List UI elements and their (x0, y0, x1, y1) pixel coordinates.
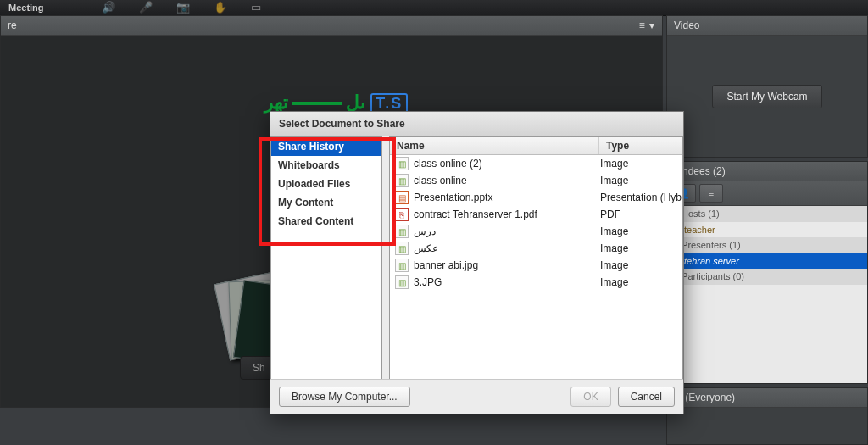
menu-meeting[interactable]: Meeting (8, 3, 44, 13)
chat-pod-header: at (Everyone) (667, 388, 867, 408)
attendee-group[interactable]: ▸ Participants (0) (667, 269, 867, 285)
raise-hand-icon[interactable]: ✋ (214, 0, 227, 15)
browse-my-computer-button[interactable]: Browse My Computer... (279, 387, 410, 407)
table-row[interactable]: ⎘contract Tehranserver 1.pdfPDF (390, 206, 682, 223)
file-name: 3.JPG (414, 276, 442, 288)
attendees-toolbar: 👤 ≡ (667, 181, 867, 206)
share-pod-options-icon[interactable]: ≡ ▾ (639, 16, 655, 35)
file-name: banner abi.jpg (414, 259, 478, 271)
video-pod-title: Video (674, 16, 699, 35)
attendees-pod-header: tendees (2) (667, 162, 867, 181)
share-pod-title: re (8, 16, 17, 35)
table-row[interactable]: ▥class onlineImage (390, 172, 682, 189)
app-menubar: Meeting 🔊 🎤 📷 ✋ ▭ (0, 0, 868, 16)
file-type: PDF (595, 209, 682, 220)
table-row[interactable]: ▥درسImage (390, 223, 682, 240)
sidebar-item-uploaded-files[interactable]: Uploaded Files (271, 175, 381, 193)
table-row[interactable]: ▥banner abi.jpgImage (390, 257, 682, 274)
sidebar-item-shared-content[interactable]: Shared Content (271, 212, 381, 231)
file-img-icon: ▥ (395, 157, 409, 170)
layout-icon[interactable]: ▭ (251, 0, 261, 15)
file-table-header: Name Type (390, 137, 682, 155)
video-pod: Video Start My Webcam (666, 15, 868, 158)
file-table: Name Type ▥class online (2)Image▥class o… (389, 136, 683, 380)
file-type: Presentation (Hyb (595, 192, 682, 203)
table-row[interactable]: ▥class online (2)Image (390, 155, 682, 172)
attendee-group[interactable]: ▸ Hosts (1) (667, 206, 867, 222)
file-type: Image (595, 158, 682, 170)
dialog-body: Share HistoryWhiteboardsUploaded FilesMy… (270, 136, 683, 380)
webcam-icon[interactable]: 📷 (176, 0, 190, 15)
table-row[interactable]: ▥3.JPGImage (390, 274, 682, 291)
dialog-footer: Browse My Computer... OK Cancel (270, 379, 683, 414)
file-type: Image (595, 225, 682, 237)
attendees-list: ▸ Hosts (1)🔸teacher -▸ Presenters (1)🔸te… (667, 206, 867, 383)
file-type: Image (595, 259, 682, 271)
sidebar-item-share-history[interactable]: Share History (271, 137, 381, 156)
video-pod-header: Video (667, 16, 867, 36)
table-row[interactable]: ▤Presentation.pptxPresentation (Hyb (390, 189, 682, 206)
file-name: class online (414, 175, 467, 186)
file-type: Image (595, 242, 682, 254)
file-img-icon: ▥ (395, 225, 409, 238)
file-img-icon: ▥ (395, 275, 409, 289)
file-name: درس (414, 225, 436, 237)
file-img-icon: ▥ (395, 242, 409, 255)
sidebar-item-whiteboards[interactable]: Whiteboards (271, 156, 381, 175)
file-type: Image (595, 175, 682, 186)
chat-pod: at (Everyone) (666, 387, 868, 445)
attendee-group[interactable]: ▸ Presenters (1) (667, 237, 867, 253)
attendees-pod: tendees (2) 👤 ≡ ▸ Hosts (1)🔸teacher -▸ P… (666, 161, 868, 384)
column-name[interactable]: Name (390, 137, 599, 154)
workspace: re ≡ ▾ Sh Video Start My Webcam tendees … (0, 15, 868, 445)
file-type: Image (595, 276, 682, 288)
file-img-icon: ▥ (395, 259, 409, 272)
start-webcam-button[interactable]: Start My Webcam (712, 85, 821, 108)
share-pod-header: re ≡ ▾ (1, 16, 662, 36)
file-name: class online (2) (414, 158, 482, 170)
attendee-row[interactable]: 🔸teacher - (667, 222, 867, 237)
menubar-iconbar: 🔊 🎤 📷 ✋ ▭ (102, 0, 261, 15)
sidebar-item-my-content[interactable]: My Content (271, 193, 381, 212)
file-pdf-icon: ⎘ (395, 208, 409, 221)
ok-button: OK (570, 387, 610, 407)
table-row[interactable]: ▥عکسImage (390, 240, 682, 257)
file-table-rows: ▥class online (2)Image▥class onlineImage… (390, 155, 682, 291)
attendee-row[interactable]: 🔸tehran server (667, 253, 867, 269)
mic-icon[interactable]: 🎤 (139, 0, 153, 15)
file-name: عکس (414, 242, 438, 254)
dialog-sidebar: Share HistoryWhiteboardsUploaded FilesMy… (270, 136, 382, 380)
chat-pod-body[interactable] (667, 408, 867, 444)
speaker-icon[interactable]: 🔊 (102, 0, 115, 15)
select-document-dialog: Select Document to Share Share HistoryWh… (270, 111, 684, 414)
cancel-button[interactable]: Cancel (618, 387, 675, 407)
file-ppt-icon: ▤ (395, 191, 409, 204)
dialog-title: Select Document to Share (270, 112, 683, 136)
attendees-status-icon[interactable]: ≡ (699, 184, 723, 203)
column-type[interactable]: Type (599, 137, 682, 154)
file-img-icon: ▥ (395, 174, 409, 187)
video-pod-body: Start My Webcam (667, 36, 867, 157)
file-name: Presentation.pptx (414, 192, 492, 203)
file-name: contract Tehranserver 1.pdf (414, 209, 537, 220)
